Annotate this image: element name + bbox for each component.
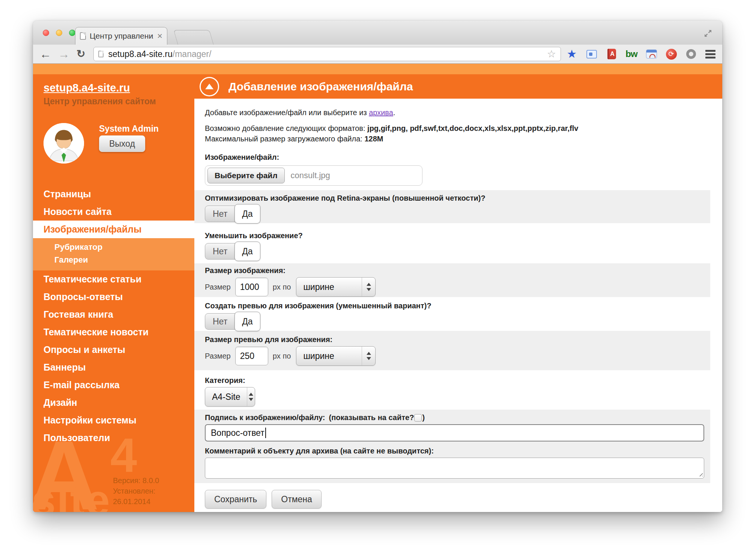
forward-icon[interactable]: → (58, 48, 70, 60)
sidebar-subitem-galleries[interactable]: Галереи (33, 254, 194, 266)
category-section: Категория: A4-Site (194, 370, 710, 410)
new-tab-button[interactable] (173, 30, 213, 45)
max-size-value: 128M (364, 135, 383, 143)
sidebar-item-thematic-news[interactable]: Тематические новости (33, 323, 194, 341)
size-prefix: Размер (205, 283, 231, 291)
retina-question: Оптимизировать изображение под Retina-эк… (205, 194, 700, 203)
text-caret (265, 428, 266, 438)
page-icon (80, 32, 86, 40)
toggle-yes-button[interactable]: Да (234, 312, 260, 331)
titlebar: Центр управления сайтом × (33, 21, 722, 45)
menu-icon[interactable] (705, 50, 715, 59)
sidebar-submenu: Рубрикатор Галереи (33, 238, 194, 270)
sidebar-item-polls[interactable]: Опросы и анкеты (33, 341, 194, 359)
close-window-button[interactable] (43, 30, 49, 36)
toggle-no-button[interactable]: Нет (205, 243, 235, 260)
formats-list: jpg,gif,png, pdf,swf,txt,doc,docx,xls,xl… (367, 124, 578, 132)
sidebar-item-pages[interactable]: Страницы (33, 185, 194, 203)
browser-tab[interactable]: Центр управления сайтом × (75, 27, 167, 45)
dictionary-extension-icon[interactable]: A (606, 48, 617, 60)
preview-size-section: Размер превью для изображения: Размер px… (194, 331, 710, 370)
intro-text: Добавьте изображение/файл или выберите и… (205, 108, 711, 117)
caption-comment-section: Подпись к изображению/файлу: (показывать… (194, 410, 710, 483)
file-field-label: Изображение/файл: (205, 153, 722, 162)
browser-toolbar: ← → ↻ setup8.a4-site.ru/manager/ ☆ ★ A b… (33, 45, 722, 64)
sidebar-item-system-settings[interactable]: Настройки системы (33, 411, 194, 429)
caption-label: Подпись к изображению/файлу: (показывать… (205, 413, 704, 422)
close-tab-icon[interactable]: × (157, 32, 162, 41)
toggle-yes-button[interactable]: Да (234, 204, 260, 224)
devtools-extension-icon[interactable] (646, 48, 657, 60)
stepper-icon (362, 278, 375, 296)
collapse-button[interactable] (200, 77, 219, 96)
screenshot-extension-icon[interactable] (586, 48, 597, 60)
image-size-label: Размер изображения: (205, 266, 700, 275)
sidebar-item-banners[interactable]: Баннеры (33, 359, 194, 376)
formats-info: Возможно добавление следующих форматов: … (205, 123, 711, 144)
logout-button[interactable]: Выход (99, 135, 145, 152)
sidebar-nav: Страницы Новости сайта Изображения/файлы… (33, 185, 194, 447)
triangle-up-icon (205, 84, 213, 89)
bw-extension-icon[interactable]: bw (626, 48, 637, 60)
avatar (44, 123, 84, 164)
minimize-window-button[interactable] (56, 30, 62, 36)
url-bar[interactable]: setup8.a4-site.ru/manager/ ☆ (93, 47, 561, 61)
stepper-icon (362, 347, 375, 365)
form-content: Добавьте изображение/файл или выберите и… (194, 99, 722, 512)
sidebar: setup8.a4-site.ru Центр управления сайто… (33, 74, 194, 512)
bookmark-star-icon[interactable]: ☆ (547, 48, 556, 60)
retina-toggle: Нет Да (205, 206, 260, 222)
page-title: Добавление изображения/файла (228, 80, 413, 93)
choose-file-button[interactable]: Выберите файл (207, 168, 285, 183)
reload-icon[interactable]: ↻ (77, 49, 85, 59)
file-input[interactable]: Выберите файл consult.jpg (205, 165, 422, 186)
sync-extension-icon[interactable]: ⟳ (666, 48, 677, 60)
sidebar-subtitle: Центр управления сайтом (44, 96, 194, 107)
chosen-file-name: consult.jpg (291, 171, 330, 180)
zoom-window-button[interactable] (69, 30, 75, 36)
shrink-toggle: Нет Да (205, 243, 260, 260)
toggle-yes-button[interactable]: Да (234, 242, 260, 261)
preview-toggle: Нет Да (205, 313, 260, 330)
url-text: setup8.a4-site.ru/manager/ (108, 49, 547, 59)
comment-textarea[interactable] (205, 458, 704, 479)
url-host: setup8.a4-site.ru (108, 49, 172, 59)
size-prefix: Размер (205, 352, 231, 360)
toggle-no-button[interactable]: Нет (205, 313, 235, 330)
image-size-input[interactable] (235, 278, 268, 296)
version-line: Версия: 8.0.0 (113, 475, 194, 486)
url-path: /manager/ (173, 49, 212, 59)
sidebar-item-site-news[interactable]: Новости сайта (33, 203, 194, 221)
category-select[interactable]: A4-Site (205, 387, 255, 407)
caption-input[interactable]: Вопрос-ответ (205, 424, 704, 441)
sidebar-item-email[interactable]: E-mail рассылка (33, 376, 194, 394)
show-on-site-checkbox[interactable] (414, 414, 422, 422)
back-icon[interactable]: ← (40, 48, 51, 60)
form-actions: Сохранить Отмена (205, 490, 722, 509)
ring-extension-icon[interactable] (685, 48, 697, 60)
page-icon (98, 51, 104, 57)
toggle-no-button[interactable]: Нет (205, 206, 235, 222)
sidebar-item-images-files[interactable]: Изображения/файлы (33, 221, 194, 238)
tab-title: Центр управления сайтом (90, 32, 153, 41)
preview-size-input[interactable] (235, 347, 268, 365)
sidebar-item-guestbook[interactable]: Гостевая книга (33, 306, 194, 323)
archive-link[interactable]: архива (369, 108, 393, 117)
category-label: Категория: (205, 376, 700, 385)
star-extension-icon[interactable]: ★ (566, 48, 577, 60)
sidebar-item-thematic-articles[interactable]: Тематические статьи (33, 270, 194, 288)
save-button[interactable]: Сохранить (205, 490, 266, 509)
sidebar-item-users[interactable]: Пользователи (33, 429, 194, 447)
shrink-question: Уменьшить изображение? (205, 231, 700, 240)
preview-section: Создать превью для изображения (уменьшен… (194, 297, 710, 331)
expand-icon[interactable] (703, 28, 713, 40)
sidebar-item-questions-answers[interactable]: Вопросы-ответы (33, 288, 194, 306)
cancel-button[interactable]: Отмена (272, 490, 322, 509)
size-unit: px по (273, 283, 291, 291)
retina-section: Оптимизировать изображение под Retina-эк… (194, 190, 710, 223)
sidebar-item-design[interactable]: Дизайн (33, 394, 194, 411)
site-link[interactable]: setup8.a4-site.ru (44, 82, 130, 94)
preview-size-dimension-select[interactable]: ширине (296, 346, 376, 366)
image-size-dimension-select[interactable]: ширине (296, 277, 376, 297)
sidebar-subitem-rubricator[interactable]: Рубрикатор (33, 241, 194, 254)
